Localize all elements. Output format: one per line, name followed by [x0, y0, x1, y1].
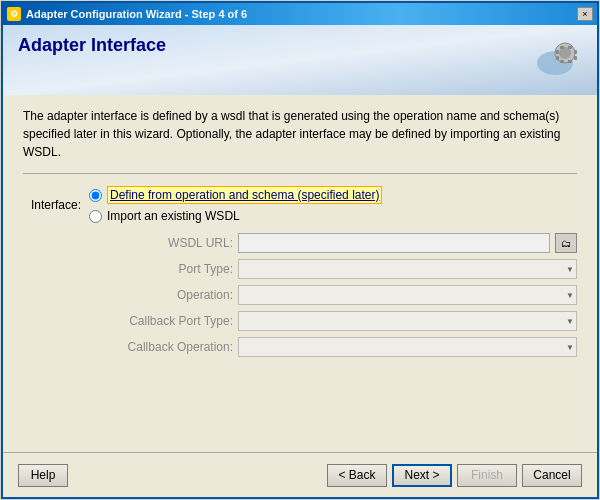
svg-rect-3 — [560, 46, 564, 49]
radio-import-label: Import an existing WSDL — [107, 209, 240, 223]
description-text: The adapter interface is defined by a ws… — [23, 107, 577, 161]
field-row-callback-operation: Callback Operation: — [103, 337, 577, 357]
radio-option-import: Import an existing WSDL — [89, 209, 382, 223]
content-area: The adapter interface is defined by a ws… — [3, 95, 597, 452]
back-button[interactable]: < Back — [327, 464, 387, 487]
svg-rect-6 — [568, 60, 572, 63]
porttype-select — [238, 259, 577, 279]
interface-label: Interface: — [23, 198, 81, 212]
finish-button: Finish — [457, 464, 517, 487]
header-icon — [527, 35, 582, 90]
radio-group: Define from operation and schema (specif… — [89, 186, 382, 223]
title-bar-controls: × — [577, 7, 593, 21]
help-button[interactable]: Help — [18, 464, 68, 487]
callback-operation-select — [238, 337, 577, 357]
footer-right: < Back Next > Finish Cancel — [327, 464, 582, 487]
close-button[interactable]: × — [577, 7, 593, 21]
radio-define[interactable] — [89, 189, 102, 202]
wsdl-url-input — [238, 233, 550, 253]
footer: Help < Back Next > Finish Cancel — [3, 452, 597, 497]
operation-label: Operation: — [103, 288, 233, 302]
folder-icon: 🗂 — [561, 238, 571, 249]
callback-operation-select-wrapper — [238, 337, 577, 357]
header-title: Adapter Interface — [18, 35, 166, 56]
callback-operation-label: Callback Operation: — [103, 340, 233, 354]
browse-button: 🗂 — [555, 233, 577, 253]
callback-porttype-select-wrapper — [238, 311, 577, 331]
title-bar: ⚙ Adapter Configuration Wizard - Step 4 … — [3, 3, 597, 25]
field-row-callback-porttype: Callback Port Type: — [103, 311, 577, 331]
callback-porttype-select — [238, 311, 577, 331]
callback-porttype-label: Callback Port Type: — [103, 314, 233, 328]
divider — [23, 173, 577, 174]
radio-import[interactable] — [89, 210, 102, 223]
operation-select-wrapper — [238, 285, 577, 305]
wsdl-url-label: WSDL URL: — [103, 236, 233, 250]
radio-define-label[interactable]: Define from operation and schema (specif… — [107, 186, 382, 204]
field-row-wsdl: WSDL URL: 🗂 — [103, 233, 577, 253]
next-button[interactable]: Next > — [392, 464, 452, 487]
field-row-operation: Operation: — [103, 285, 577, 305]
svg-rect-5 — [560, 60, 564, 63]
interface-row: Interface: Define from operation and sch… — [23, 186, 577, 223]
radio-option-define: Define from operation and schema (specif… — [89, 186, 382, 204]
wizard-icon: ⚙ — [7, 7, 21, 21]
porttype-select-wrapper — [238, 259, 577, 279]
svg-rect-9 — [574, 50, 577, 54]
porttype-label: Port Type: — [103, 262, 233, 276]
svg-rect-10 — [574, 56, 577, 60]
svg-rect-4 — [568, 46, 572, 49]
svg-rect-8 — [556, 56, 559, 60]
wizard-window: ⚙ Adapter Configuration Wizard - Step 4 … — [1, 1, 599, 499]
field-row-porttype: Port Type: — [103, 259, 577, 279]
title-bar-text: ⚙ Adapter Configuration Wizard - Step 4 … — [7, 7, 247, 21]
header-area: Adapter Interface — [3, 25, 597, 95]
cancel-button[interactable]: Cancel — [522, 464, 582, 487]
svg-rect-7 — [556, 50, 559, 54]
interface-section: Interface: Define from operation and sch… — [23, 186, 577, 223]
fields-section: WSDL URL: 🗂 Port Type: Operation: — [103, 233, 577, 357]
footer-left: Help — [18, 464, 68, 487]
operation-select — [238, 285, 577, 305]
